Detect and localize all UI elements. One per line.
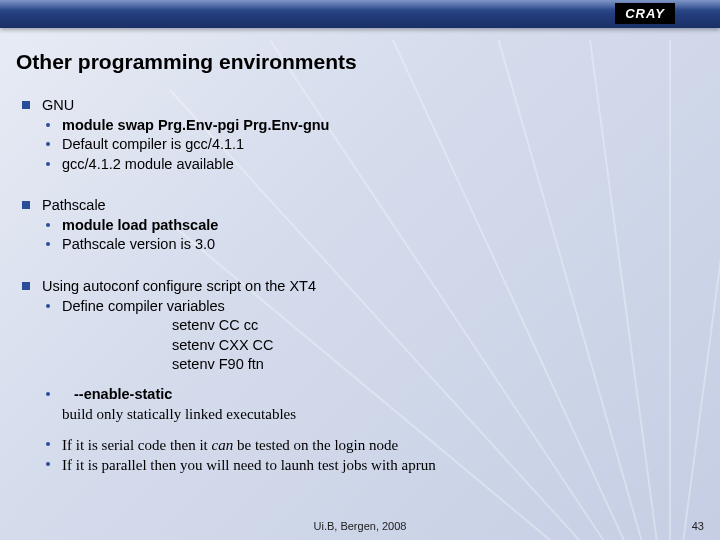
sub-item: --enable-static <box>42 385 700 405</box>
header-bar: CRAY <box>0 0 720 28</box>
sub-text: module load pathscale <box>62 217 218 233</box>
dot-bullet-icon <box>46 462 50 466</box>
dot-bullet-icon <box>46 392 50 396</box>
cray-logo: CRAY <box>615 3 675 24</box>
slide-number: 43 <box>692 520 704 532</box>
dot-bullet-icon <box>46 304 50 308</box>
sub-text: If it is parallel then you will need to … <box>62 457 436 473</box>
section-gnu: GNU module swap Prg.Env-pgi Prg.Env-gnu … <box>16 96 700 174</box>
section-head: Using autoconf configure script on the X… <box>42 277 700 297</box>
sub-text: gcc/4.1.2 module available <box>62 156 234 172</box>
sub-text-part: be tested on the login node <box>233 437 398 453</box>
sub-text-part: If it is serial code then it <box>62 437 212 453</box>
dot-bullet-icon <box>46 162 50 166</box>
section-autoconf: Using autoconf configure script on the X… <box>16 277 700 475</box>
dot-bullet-icon <box>46 442 50 446</box>
code-line: setenv CC cc <box>42 316 700 336</box>
sub-text-emph: can <box>212 437 234 453</box>
sub-item: module load pathscale <box>42 216 700 236</box>
sub-item: If it is parallel then you will need to … <box>42 455 700 475</box>
section-pathscale: Pathscale module load pathscale Pathscal… <box>16 196 700 255</box>
sub-text: module swap Prg.Env-pgi Prg.Env-gnu <box>62 117 329 133</box>
sub-item: Pathscale version is 3.0 <box>42 235 700 255</box>
sub-item: Define compiler variables <box>42 297 700 317</box>
section-head: Pathscale <box>42 196 700 216</box>
dot-bullet-icon <box>46 142 50 146</box>
sub-text: Define compiler variables <box>62 298 225 314</box>
sub-desc: build only statically linked executables <box>42 404 700 424</box>
dot-bullet-icon <box>46 123 50 127</box>
sub-text: Pathscale version is 3.0 <box>62 236 215 252</box>
slide-content: Other programming environments GNU modul… <box>0 28 720 475</box>
sub-text: --enable-static <box>62 386 172 402</box>
sub-item: module swap Prg.Env-pgi Prg.Env-gnu <box>42 116 700 136</box>
sub-item: Default compiler is gcc/4.1.1 <box>42 135 700 155</box>
code-line: setenv F90 ftn <box>42 355 700 375</box>
square-bullet-icon <box>22 101 30 109</box>
dot-bullet-icon <box>46 223 50 227</box>
code-line: setenv CXX CC <box>42 336 700 356</box>
section-head: GNU <box>42 96 700 116</box>
square-bullet-icon <box>22 201 30 209</box>
sub-item: If it is serial code then it can be test… <box>42 435 700 455</box>
sub-item: gcc/4.1.2 module available <box>42 155 700 175</box>
dot-bullet-icon <box>46 242 50 246</box>
footer-center: Ui.B, Bergen, 2008 <box>0 520 720 532</box>
slide-title: Other programming environments <box>16 50 700 74</box>
sub-text: Default compiler is gcc/4.1.1 <box>62 136 244 152</box>
square-bullet-icon <box>22 282 30 290</box>
